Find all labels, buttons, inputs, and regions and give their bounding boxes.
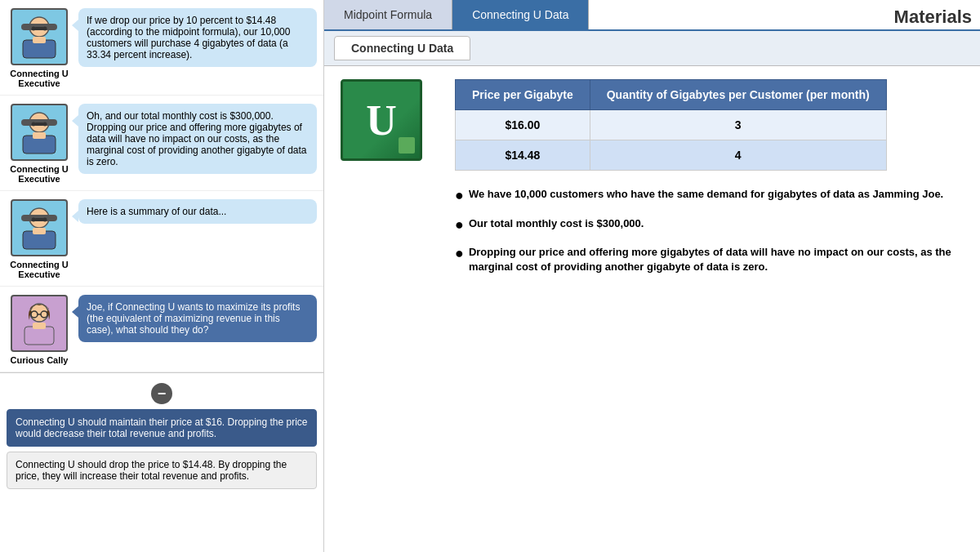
avatar-executive-2: Connecting U Executive <box>7 104 72 184</box>
avatar-image-3 <box>11 199 68 256</box>
avatar-image-2 <box>11 104 68 161</box>
svg-rect-11 <box>34 122 44 126</box>
chat-item-cally: Curious Cally Joe, if Connecting U wants… <box>0 287 323 372</box>
speech-bubble-cally: Joe, if Connecting U wants to maximize i… <box>78 295 317 342</box>
bullet-text-0: We have 10,000 customers who have the sa… <box>469 187 943 202</box>
bullet-dot-1: ● <box>455 216 464 234</box>
person-icon-1 <box>15 12 64 61</box>
avatar-cally: Curious Cally <box>7 295 72 365</box>
svg-rect-4 <box>34 27 44 30</box>
cell-price-1: $14.48 <box>456 140 590 171</box>
chat-item-2: Connecting U Executive Oh, and our total… <box>0 96 323 191</box>
logo-area: U <box>341 79 439 539</box>
svg-point-19 <box>32 218 36 222</box>
answer-option-2[interactable]: Connecting U should drop the price to $1… <box>7 452 317 489</box>
bullet-dot-2: ● <box>455 245 464 263</box>
sub-tab-row: Connecting U Data <box>324 31 980 66</box>
svg-point-5 <box>32 27 36 31</box>
avatar-label-1: Connecting U Executive <box>7 69 72 88</box>
svg-rect-2 <box>33 37 46 43</box>
table-header-price: Price per Gigabyte <box>456 80 590 110</box>
person-icon-cally <box>15 299 64 348</box>
avatar-executive-3: Connecting U Executive <box>7 199 72 279</box>
svg-rect-25 <box>24 327 54 345</box>
speech-bubble-3: Here is a summary of our data... <box>78 199 317 224</box>
speech-bubble-1: If we drop our price by 10 percent to $1… <box>78 8 317 67</box>
avatar-label-3: Connecting U Executive <box>7 260 72 279</box>
right-panel: Midpoint Formula Connecting U Data Mater… <box>324 0 980 552</box>
bullet-item-1: ●Our total monthly cost is $300,000. <box>455 216 964 234</box>
svg-point-13 <box>43 122 47 127</box>
left-panel: Connecting U Executive If we drop our pr… <box>0 0 324 552</box>
data-area: Price per Gigabyte Quantity of Gigabytes… <box>455 79 964 539</box>
bullet-dot-0: ● <box>455 187 464 205</box>
bullet-item-2: ●Dropping our price and offering more gi… <box>455 245 964 274</box>
data-table: Price per Gigabyte Quantity of Gigabytes… <box>455 79 887 171</box>
cell-quantity-1: 4 <box>590 140 886 171</box>
speech-bubble-2: Oh, and our total monthly cost is $300,0… <box>78 104 317 174</box>
svg-rect-9 <box>33 132 46 139</box>
bullet-text-1: Our total monthly cost is $300,000. <box>469 216 644 231</box>
svg-point-6 <box>43 27 47 31</box>
collapse-button[interactable]: − <box>151 383 172 404</box>
svg-point-20 <box>43 218 47 222</box>
logo-letter: U <box>366 96 397 145</box>
svg-point-12 <box>32 122 36 127</box>
cell-quantity-0: 3 <box>590 110 886 140</box>
chat-item-1: Connecting U Executive If we drop our pr… <box>0 0 323 96</box>
bullets-area: ●We have 10,000 customers who have the s… <box>455 187 964 275</box>
main-content: U Price per Gigabyte Quantity of Gigabyt… <box>324 66 980 552</box>
logo-box: U <box>341 79 422 161</box>
bullet-text-2: Dropping our price and offering more gig… <box>469 245 964 274</box>
svg-rect-16 <box>33 228 46 234</box>
cell-price-0: $16.00 <box>456 110 590 140</box>
table-header-quantity: Quantity of Gigabytes per Customer (per … <box>590 80 886 110</box>
chat-item-3: Connecting U Executive Here is a summary… <box>0 191 323 287</box>
svg-point-21 <box>30 304 48 322</box>
avatar-label-2: Connecting U Executive <box>7 164 72 184</box>
answer-section: − Connecting U should maintain their pri… <box>0 372 323 501</box>
logo-corner-decoration <box>399 137 415 154</box>
svg-rect-18 <box>34 218 44 221</box>
tab-connecting-u-data[interactable]: Connecting U Data <box>452 0 589 29</box>
person-icon-2 <box>15 108 64 157</box>
bullet-item-0: ●We have 10,000 customers who have the s… <box>455 187 964 205</box>
avatar-executive-1: Connecting U Executive <box>7 8 72 88</box>
answer-option-1[interactable]: Connecting U should maintain their price… <box>7 409 317 447</box>
materials-label: Materials <box>894 7 972 28</box>
tab-midpoint-formula[interactable]: Midpoint Formula <box>324 0 452 29</box>
top-bar: Midpoint Formula Connecting U Data Mater… <box>324 0 980 31</box>
svg-rect-26 <box>33 323 46 329</box>
avatar-image-1 <box>11 8 68 65</box>
avatar-image-cally <box>11 295 68 352</box>
avatar-label-cally: Curious Cally <box>11 355 69 365</box>
person-icon-3 <box>15 203 64 252</box>
table-row: $16.003 <box>456 110 887 140</box>
table-row: $14.484 <box>456 140 887 171</box>
sub-tab-connecting-u-data[interactable]: Connecting U Data <box>334 36 470 60</box>
